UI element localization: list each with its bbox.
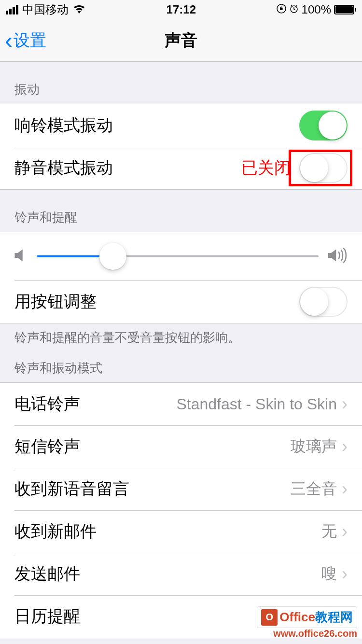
back-button[interactable]: ‹ 设置 — [0, 29, 46, 52]
row-value: 玻璃声 — [291, 436, 337, 457]
time-label: 17:12 — [167, 3, 196, 16]
switch-silent-vibrate[interactable] — [299, 153, 348, 183]
row-value: 嗖 — [321, 563, 337, 585]
section-footer-ringer: 铃声和提醒的音量不受音量按钮的影响。 — [0, 323, 362, 350]
nav-bar: ‹ 设置 声音 — [0, 19, 362, 62]
section-header-ringer: 铃声和提醒 — [0, 190, 362, 232]
row-label: 响铃模式振动 — [14, 114, 113, 137]
row-label: 日历提醒 — [14, 605, 80, 628]
carrier-label: 中国移动 — [22, 2, 69, 17]
list-item[interactable]: 短信铃声玻璃声› — [0, 425, 362, 468]
alarm-icon — [289, 3, 299, 16]
row-silent-vibrate: 静音模式振动 已关闭 — [0, 147, 362, 189]
chevron-right-icon: › — [342, 564, 348, 584]
status-bar: 中国移动 17:12 100% — [0, 0, 362, 19]
row-label: 发送邮件 — [14, 563, 80, 585]
row-volume-slider — [0, 232, 362, 280]
row-ring-vibrate: 响铃模式振动 — [0, 104, 362, 147]
battery-pct: 100% — [302, 3, 331, 16]
signal-icon — [6, 5, 18, 14]
page-title: 声音 — [165, 29, 197, 52]
battery-icon — [334, 5, 356, 14]
chevron-right-icon: › — [342, 479, 348, 499]
row-value: Standfast - Skin to Skin — [176, 395, 337, 413]
section-header-vibrate: 振动 — [0, 62, 362, 104]
chevron-left-icon: ‹ — [5, 29, 13, 52]
volume-slider[interactable] — [37, 255, 319, 257]
logo-icon: O — [261, 609, 278, 626]
wifi-icon — [72, 3, 86, 16]
volume-low-icon — [14, 248, 27, 265]
row-button-adjust: 用按钮调整 — [0, 280, 362, 323]
list-item[interactable]: 收到新语音留言三全音› — [0, 468, 362, 510]
list-item[interactable]: 发送邮件嗖› — [0, 553, 362, 595]
watermark: O Office 教程网 www.office26.com — [257, 606, 357, 639]
volume-high-icon — [328, 248, 348, 265]
row-label: 静音模式振动 — [14, 157, 113, 179]
list-item[interactable]: 收到新邮件无› — [0, 510, 362, 553]
row-label: 收到新语音留言 — [14, 478, 129, 500]
row-value: 三全音 — [291, 478, 337, 500]
annotation-closed: 已关闭 — [241, 157, 291, 179]
orientation-lock-icon — [277, 3, 286, 16]
row-label: 用按钮调整 — [14, 291, 97, 313]
row-label: 电话铃声 — [14, 393, 80, 415]
switch-button-adjust[interactable] — [299, 287, 348, 317]
section-header-patterns: 铃声和振动模式 — [0, 350, 362, 382]
chevron-right-icon: › — [342, 394, 348, 414]
row-value: 无 — [321, 521, 337, 542]
chevron-right-icon: › — [342, 521, 348, 542]
row-label: 短信铃声 — [14, 435, 80, 458]
row-label: 收到新邮件 — [14, 520, 97, 543]
list-item[interactable]: 电话铃声Standfast - Skin to Skin› — [0, 383, 362, 425]
back-label: 设置 — [14, 29, 46, 52]
chevron-right-icon: › — [342, 436, 348, 457]
switch-ring-vibrate[interactable] — [299, 111, 348, 140]
